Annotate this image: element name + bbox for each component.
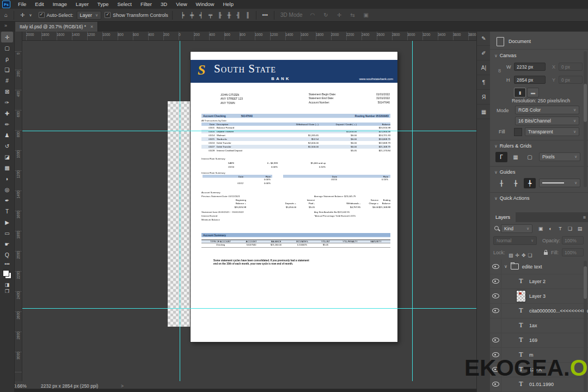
filter-type-icon[interactable]: T	[556, 224, 564, 232]
canvas-height-field[interactable]: 2854 px	[514, 76, 546, 84]
layer-visibility-toggle[interactable]	[490, 274, 501, 289]
lock-all-icon[interactable]	[544, 252, 548, 255]
more-tools-icon[interactable]: •••	[4, 261, 9, 267]
layer-row[interactable]: Layer 3	[490, 289, 588, 304]
canvas-section-header[interactable]: ∨Canvas	[494, 53, 516, 58]
quick-actions-section-header[interactable]: ∨Quick Actions	[494, 195, 529, 201]
layer-visibility-toggle[interactable]	[490, 289, 501, 303]
guide-horizontal-top[interactable]	[22, 131, 476, 131]
layer-row[interactable]: ∨edite text	[490, 259, 588, 274]
filter-adjustment-icon[interactable]: ◐	[547, 224, 554, 232]
frame-tool[interactable]: ⊠	[1, 86, 13, 97]
screen-mode-icon[interactable]: ❐	[5, 289, 9, 294]
horizontal-ruler[interactable]: 2000180016001400120010008006004002000200…	[14, 32, 476, 41]
crop-tool[interactable]: #	[1, 75, 13, 86]
brushes-icon[interactable]: ✐	[477, 46, 491, 60]
guide-vertical-left[interactable]	[180, 40, 180, 381]
layer-visibility-toggle[interactable]	[490, 259, 501, 274]
move-tool-icon[interactable]: ✛	[18, 12, 27, 18]
spot-healing-brush-tool[interactable]: ✚	[1, 108, 13, 119]
blur-tool[interactable]: ◗	[1, 173, 13, 184]
fill-dropdown[interactable]: Transparent∨	[525, 127, 579, 136]
layer-visibility-toggle[interactable]	[490, 303, 501, 318]
distribute-center-icon[interactable]: ╫	[225, 12, 233, 18]
chevron-down-icon[interactable]: ∨	[27, 13, 34, 17]
eraser-tool[interactable]: ◪	[1, 151, 13, 162]
lock-position-icon[interactable]: ✥	[522, 253, 526, 258]
pen-tool[interactable]: ✒	[1, 195, 13, 206]
grid-icon[interactable]: ▦	[510, 152, 522, 162]
menu-item-filter[interactable]: Filter	[136, 0, 156, 9]
constrain-link-icon[interactable]: 8	[498, 68, 501, 74]
glyphs-icon[interactable]: Я	[477, 90, 491, 105]
lock-guides-icon[interactable]: ╊	[510, 178, 522, 188]
layers-menu-icon[interactable]: ≡	[583, 215, 586, 220]
libraries-icon[interactable]: ▦	[477, 105, 491, 119]
foreground-color-swatch[interactable]	[3, 270, 9, 277]
type-tool[interactable]: T	[1, 206, 13, 217]
filter-image-icon[interactable]: ▣	[537, 224, 544, 232]
gradient-tool[interactable]: ▩	[1, 162, 13, 173]
menu-item-file[interactable]: File	[14, 0, 30, 9]
menu-item-type[interactable]: Type	[93, 0, 113, 9]
quick-mask-icon[interactable]: ◨	[5, 282, 10, 287]
distribute-right-icon[interactable]: ╢	[234, 12, 242, 18]
tab-layers[interactable]: Layers	[490, 212, 516, 222]
brush-settings-icon[interactable]: ✎	[477, 31, 491, 46]
new-guide-icon[interactable]: ╂	[495, 178, 507, 188]
align-left-icon[interactable]: ╞	[179, 12, 187, 18]
kind-filter-dropdown[interactable]: Kind∨	[501, 224, 532, 233]
landscape-orientation-button[interactable]: ▬	[527, 88, 539, 97]
close-icon[interactable]: ×	[90, 24, 93, 29]
blend-mode-dropdown[interactable]: Normal∨	[493, 236, 537, 245]
history-brush-tool[interactable]: ↺	[1, 140, 13, 151]
menu-item-image[interactable]: Image	[48, 0, 71, 9]
ruler-origin-icon[interactable]: Γ	[495, 152, 507, 162]
rectangle-tool[interactable]: ▭	[1, 228, 13, 238]
dodge-tool[interactable]: ◎	[1, 184, 13, 195]
menu-item-3d[interactable]: 3D	[156, 0, 171, 9]
rectangular-marquee-tool[interactable]: ▢	[1, 42, 13, 53]
guide-horizontal-bottom[interactable]	[22, 308, 476, 309]
object-selection-tool[interactable]: ❏	[1, 64, 13, 75]
distribute-vertical-icon[interactable]: ╟	[216, 12, 224, 18]
clear-guides-icon[interactable]: ╄	[524, 178, 536, 188]
units-dropdown[interactable]: Pixels∨	[539, 152, 580, 161]
clone-stamp-tool[interactable]: ♟	[1, 130, 13, 140]
home-icon[interactable]: ⌂	[2, 12, 10, 18]
lock-pixels-icon[interactable]: ✛	[516, 253, 520, 258]
guides-section-header[interactable]: ∨Guides	[494, 169, 515, 175]
menu-item-layer[interactable]: Layer	[71, 0, 93, 9]
chevron-down-icon[interactable]: ∨	[504, 264, 507, 269]
align-right-icon[interactable]: ╡	[197, 12, 205, 18]
layer-row[interactable]: TLayer 2	[490, 274, 588, 289]
menu-item-view[interactable]: View	[171, 0, 191, 9]
brush-tool[interactable]: ✏	[1, 119, 13, 130]
portrait-orientation-button[interactable]: ▮	[514, 88, 526, 97]
guide-style-dropdown[interactable]: ∨	[539, 179, 580, 187]
character-icon[interactable]: A|	[477, 60, 491, 75]
layer-row[interactable]: Tcita0000000...<<<<<<<<0 d	[490, 303, 588, 318]
vertical-ruler[interactable]: 2000200400600800100012001400160018002000…	[14, 40, 22, 381]
layers-fill-field[interactable]: 100%	[562, 248, 584, 256]
paragraph-icon[interactable]: ¶	[477, 75, 491, 90]
collapse-left-icon[interactable]: »	[4, 23, 7, 28]
more-options-icon[interactable]: •••	[260, 12, 271, 18]
rulers-grids-section-header[interactable]: ∨Rulers & Grids	[494, 143, 531, 149]
foreground-background-swatches[interactable]	[3, 270, 11, 279]
color-mode-dropdown[interactable]: RGB Color∨	[515, 106, 579, 114]
document-tab[interactable]: Italy id.psd @ 20.7% (RGB/16) * ×	[15, 21, 98, 32]
status-chevron-icon[interactable]: >	[121, 383, 124, 389]
filter-shape-icon[interactable]: ❏	[566, 224, 574, 232]
canvas-width-field[interactable]: 2232 px	[514, 63, 546, 71]
eyedropper-tool[interactable]: ✑	[1, 97, 13, 108]
guide-vertical-right[interactable]	[412, 40, 413, 381]
layer-row[interactable]: T169	[490, 333, 588, 348]
layer-row[interactable]: T1ax	[490, 318, 588, 333]
pixel-grid-icon[interactable]: ▢	[524, 152, 536, 162]
align-center-horizontal-icon[interactable]: ╪	[188, 12, 196, 18]
canvas-area[interactable]: S South State BANK www.southstatebank.co…	[22, 40, 476, 381]
show-transform-checkbox[interactable]: ✓	[105, 12, 111, 18]
fill-color-swatch[interactable]	[514, 128, 522, 136]
layer-visibility-toggle[interactable]	[490, 318, 501, 333]
